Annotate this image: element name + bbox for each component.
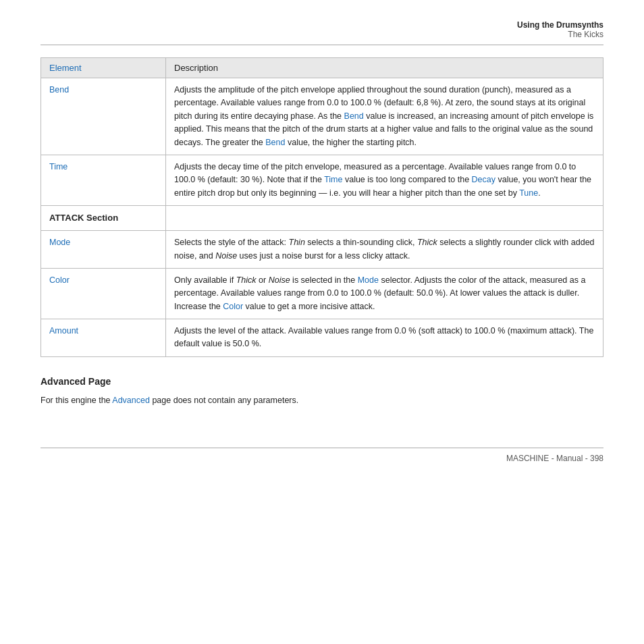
element-cell[interactable]: Bend (41, 78, 166, 155)
page-footer: MASCHINE - Manual - 398 (41, 448, 603, 463)
description-cell: Adjusts the decay time of the pitch enve… (166, 155, 603, 205)
desc-link-time[interactable]: Time (324, 175, 342, 184)
main-content: Element Description BendAdjusts the ampl… (41, 57, 603, 407)
col-header-element: Element (41, 58, 166, 78)
page: Using the Drumsynths The Kicks Element D… (0, 0, 644, 490)
element-cell[interactable]: Time (41, 155, 166, 205)
advanced-section-text: For this engine the Advanced page does n… (41, 394, 603, 407)
description-cell: Adjusts the level of the attack. Availab… (166, 319, 603, 357)
section-desc (166, 206, 603, 231)
section-label: ATTACK Section (41, 206, 166, 231)
advanced-text-before: For this engine the (41, 396, 112, 405)
col-header-description: Description (166, 58, 603, 78)
element-cell[interactable]: Amount (41, 319, 166, 357)
table-row: AmountAdjusts the level of the attack. A… (41, 319, 603, 357)
advanced-link[interactable]: Advanced (112, 396, 150, 405)
description-cell: Adjusts the amplitude of the pitch envel… (166, 78, 603, 155)
element-cell[interactable]: Color (41, 268, 166, 319)
desc-italic-noise: Noise (215, 251, 237, 261)
element-link[interactable]: Time (49, 162, 68, 171)
header-title: Using the Drumsynths (41, 20, 603, 30)
parameter-table: Element Description BendAdjusts the ampl… (41, 57, 603, 357)
desc-link-bend1[interactable]: Bend (344, 111, 364, 121)
description-cell: Selects the style of the attack: Thin se… (166, 231, 603, 269)
element-link[interactable]: Bend (49, 85, 69, 95)
table-row: ColorOnly available if Thick or Noise is… (41, 268, 603, 319)
table-row: ModeSelects the style of the attack: Thi… (41, 231, 603, 269)
page-header: Using the Drumsynths The Kicks (41, 20, 603, 45)
desc-link-mode[interactable]: Mode (358, 275, 379, 285)
desc-italic-thin: Thin (289, 238, 305, 247)
advanced-text-after: page does not contain any parameters. (150, 396, 298, 405)
element-link[interactable]: Mode (49, 238, 70, 247)
advanced-section-title: Advanced Page (41, 376, 603, 387)
section-row: ATTACK Section (41, 206, 603, 231)
desc-link-tune[interactable]: Tune (519, 188, 538, 198)
table-row: BendAdjusts the amplitude of the pitch e… (41, 78, 603, 155)
desc-link-decay[interactable]: Decay (472, 175, 495, 184)
footer-text: MASCHINE - Manual - 398 (506, 454, 603, 463)
element-link[interactable]: Amount (49, 326, 78, 336)
desc-link-color[interactable]: Color (223, 302, 243, 311)
header-subtitle: The Kicks (41, 30, 603, 39)
desc-italic-thick2: Thick (236, 275, 257, 285)
table-row: TimeAdjusts the decay time of the pitch … (41, 155, 603, 205)
desc-link-bend2[interactable]: Bend (265, 138, 285, 147)
description-cell: Only available if Thick or Noise is sele… (166, 268, 603, 319)
desc-italic-noise2: Noise (269, 275, 290, 285)
element-link[interactable]: Color (49, 275, 70, 285)
element-cell[interactable]: Mode (41, 231, 166, 269)
desc-italic-thick: Thick (417, 238, 437, 247)
